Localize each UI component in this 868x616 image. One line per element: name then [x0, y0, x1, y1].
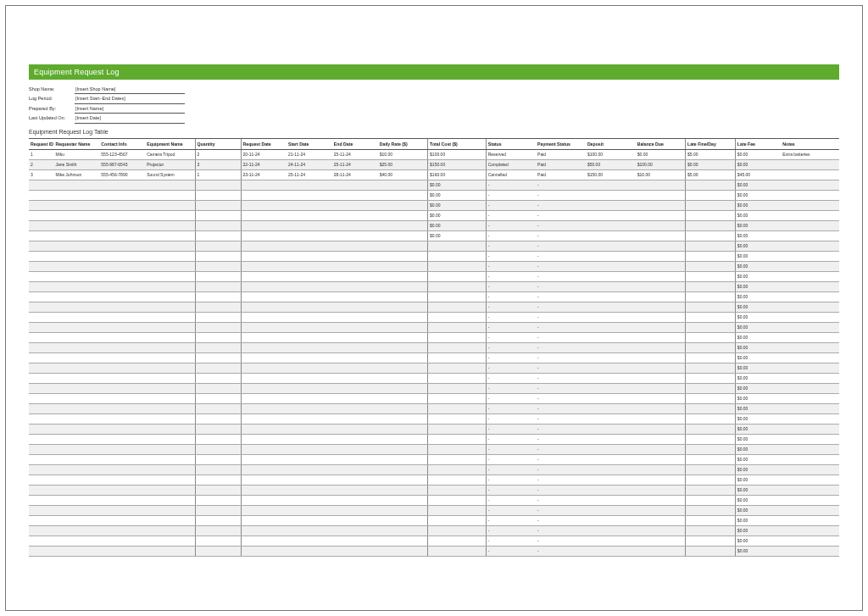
cell-lpd — [686, 515, 736, 525]
document-body: Equipment Request Log Shop Name: [Insert… — [29, 64, 839, 557]
cell-requester — [53, 546, 99, 556]
cell-rate — [378, 342, 428, 352]
cell-paystat: Paid — [536, 149, 586, 159]
table-row: $0.00--$0.00 — [29, 230, 839, 241]
cell-lpd: $5.00 — [686, 149, 736, 159]
cell-rate — [378, 485, 428, 495]
cell-paystat: - — [536, 444, 586, 454]
table-row: $0.00--$0.00 — [29, 220, 839, 230]
table-row: --$0.00 — [29, 383, 839, 393]
cell-contact — [99, 322, 145, 332]
cell-id: 3 — [29, 169, 53, 180]
cell-contact — [99, 434, 145, 444]
cell-total — [428, 505, 487, 515]
cell-status: - — [486, 312, 536, 322]
cell-total — [428, 271, 487, 281]
cell-equip — [145, 464, 195, 474]
cell-paystat: - — [536, 495, 586, 505]
cell-deposit — [586, 495, 636, 505]
cell-edate — [332, 444, 378, 454]
cell-qty — [195, 363, 241, 373]
cell-qty — [195, 352, 241, 363]
cell-notes — [781, 413, 839, 424]
cell-notes — [781, 352, 839, 363]
cell-sdate — [287, 393, 332, 403]
cell-edate — [332, 241, 378, 251]
cell-total: $160.00 — [428, 169, 487, 180]
cell-edate — [332, 332, 378, 342]
cell-status: - — [486, 495, 536, 505]
cell-deposit — [586, 291, 636, 302]
cell-qty — [195, 403, 241, 413]
cell-equip — [145, 241, 195, 251]
cell-requester — [53, 241, 99, 251]
cell-lpd — [686, 241, 736, 251]
cell-id — [29, 413, 53, 424]
cell-sdate — [287, 251, 332, 261]
cell-rdate — [241, 413, 287, 424]
cell-rate — [378, 424, 428, 434]
meta-label: Log Period: — [29, 94, 75, 103]
cell-qty — [195, 485, 241, 495]
cell-balance — [636, 464, 686, 474]
table-row: --$0.00 — [29, 413, 839, 424]
cell-total — [428, 332, 487, 342]
cell-rate — [378, 241, 428, 251]
cell-qty — [195, 281, 241, 291]
cell-requester — [53, 485, 99, 495]
table-row: --$0.00 — [29, 363, 839, 373]
cell-edate — [332, 515, 378, 525]
cell-notes — [781, 515, 839, 525]
table-row: 3Mike Johnson555-456-7890Sound System123… — [29, 169, 839, 180]
cell-total — [428, 352, 487, 363]
cell-paystat: Paid — [536, 159, 586, 169]
table-row: --$0.00 — [29, 444, 839, 454]
cell-balance — [636, 454, 686, 464]
cell-deposit — [586, 302, 636, 312]
cell-notes — [781, 444, 839, 454]
cell-lpd — [686, 322, 736, 332]
cell-contact: 555-987-6543 — [99, 159, 145, 169]
cell-deposit — [586, 546, 636, 556]
cell-qty — [195, 261, 241, 271]
cell-requester — [53, 180, 99, 190]
cell-lpd — [686, 536, 736, 546]
cell-status: - — [486, 525, 536, 536]
cell-deposit — [586, 261, 636, 271]
cell-id — [29, 302, 53, 312]
cell-status: - — [486, 444, 536, 454]
cell-paystat: - — [536, 536, 586, 546]
cell-id — [29, 312, 53, 322]
cell-lpd — [686, 485, 736, 495]
cell-qty — [195, 434, 241, 444]
cell-latefee: $0.00 — [735, 312, 781, 322]
cell-status: - — [486, 393, 536, 403]
cell-status: - — [486, 271, 536, 281]
cell-balance — [636, 220, 686, 230]
cell-requester — [53, 373, 99, 383]
cell-status: Cancelled — [486, 169, 536, 180]
cell-rdate — [241, 251, 287, 261]
cell-status: - — [486, 220, 536, 230]
cell-deposit — [586, 505, 636, 515]
cell-total — [428, 474, 487, 485]
cell-deposit — [586, 342, 636, 352]
cell-notes — [781, 383, 839, 393]
cell-paystat: - — [536, 474, 586, 485]
cell-equip — [145, 536, 195, 546]
cell-requester — [53, 363, 99, 373]
cell-status: - — [486, 291, 536, 302]
cell-rate — [378, 230, 428, 241]
cell-id — [29, 271, 53, 281]
cell-notes — [781, 200, 839, 210]
cell-edate — [332, 525, 378, 536]
cell-paystat: - — [536, 352, 586, 363]
cell-id — [29, 200, 53, 210]
cell-rate — [378, 190, 428, 200]
cell-notes — [781, 434, 839, 444]
cell-contact — [99, 261, 145, 271]
table-row: --$0.00 — [29, 241, 839, 251]
cell-qty — [195, 393, 241, 403]
cell-deposit — [586, 180, 636, 190]
cell-status: - — [486, 383, 536, 393]
